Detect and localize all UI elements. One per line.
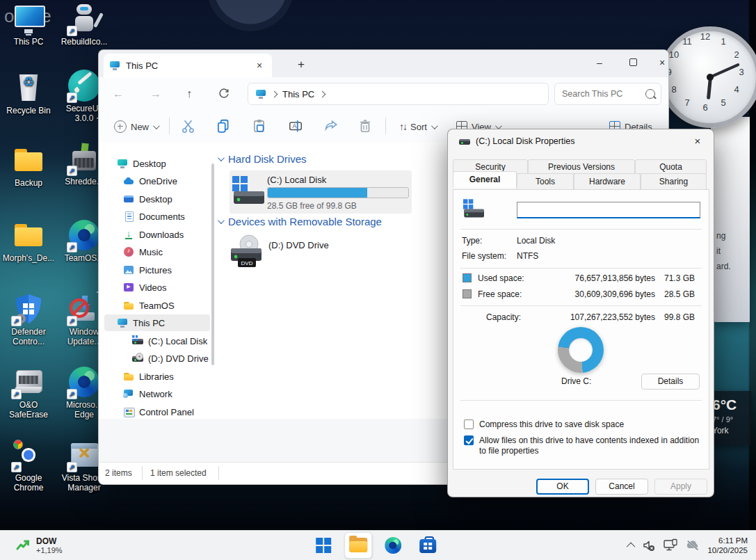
microsoft-store-icon — [419, 536, 437, 554]
chrome-icon — [13, 439, 45, 471]
search-box[interactable] — [554, 83, 661, 105]
sidebar-item-control-panel[interactable]: Control Panel — [104, 403, 210, 420]
index-checkbox[interactable] — [464, 435, 474, 445]
sidebar-item-downloads[interactable]: Downloads — [104, 226, 210, 243]
videos-icon — [123, 282, 134, 293]
tab-previous-versions[interactable]: Previous Versions — [528, 159, 635, 174]
sidebar-item-desktop[interactable]: Desktop — [104, 191, 210, 207]
back-icon[interactable]: ← — [108, 84, 128, 104]
sidebar-item-videos[interactable]: Videos — [104, 279, 210, 296]
sidebar-item-c-drive[interactable]: (C:) Local Disk — [104, 333, 210, 349]
free-space-swatch — [463, 289, 472, 298]
forward-icon[interactable]: → — [146, 84, 166, 104]
share-button[interactable] — [323, 118, 340, 135]
desktop-icon-defender-control[interactable]: Defender Contro... — [0, 293, 57, 346]
minimize-button[interactable]: – — [586, 51, 613, 74]
chevron-down-icon — [153, 122, 160, 129]
delete-button[interactable] — [357, 118, 374, 135]
start-button[interactable] — [309, 532, 337, 559]
tab-close-icon[interactable]: × — [252, 58, 266, 72]
explorer-tab[interactable]: This PC × — [104, 54, 272, 77]
desktop-icon-this-pc[interactable]: This PC — [0, 3, 57, 47]
up-icon[interactable]: ↑ — [179, 84, 199, 104]
sort-button[interactable]: ↑↓ Sort — [394, 116, 442, 137]
tab-title: This PC — [126, 61, 158, 71]
paste-button[interactable] — [252, 118, 268, 135]
tab-hardware[interactable]: Hardware — [574, 173, 641, 190]
drive-icon — [462, 198, 485, 219]
drive-c-label: Drive C: — [561, 376, 591, 386]
widgets-button[interactable]: DOW +1,19% — [10, 534, 68, 557]
sidebar-item-documents[interactable]: Documents — [104, 208, 210, 225]
sidebar-item-teamos[interactable]: TeamOS — [104, 297, 210, 314]
tab-sharing[interactable]: Sharing — [641, 173, 707, 190]
rename-button[interactable]: A — [288, 118, 305, 135]
new-tab-button[interactable]: + — [292, 56, 310, 74]
collapse-chevron-icon — [218, 217, 225, 224]
tab-general[interactable]: General — [453, 171, 517, 188]
taskbar-file-explorer[interactable] — [344, 532, 372, 559]
sidebar-item-dvd-drive[interactable]: (D:) DVD Drive — [104, 350, 210, 367]
dialog-title-bar: (C:) Local Disk Properties — [459, 136, 574, 147]
chevron-down-icon — [431, 122, 438, 129]
taskbar-edge[interactable] — [379, 532, 407, 559]
desktop-screen: oogle This PC RebuildIco... ♻ Recycle Bi… — [0, 0, 756, 560]
sidebar-item-this-pc[interactable]: This PC — [104, 314, 210, 331]
weather-widget[interactable]: 6°C 7° / 9° York — [708, 391, 751, 445]
downloads-icon — [123, 229, 134, 240]
compress-checkbox[interactable] — [464, 419, 474, 429]
sidebar-item-desktop-pinned[interactable]: Desktop — [104, 155, 210, 172]
search-input[interactable] — [561, 88, 645, 99]
desktop-icon-recycle-bin[interactable]: ♻ Recycle Bin — [0, 72, 57, 115]
status-selected-count: 1 item selected — [150, 468, 207, 478]
desktop-icon-oo-safeerase[interactable]: O&O SafeErase — [0, 366, 57, 419]
cloud-offline-icon[interactable] — [685, 539, 700, 552]
group-header-hdd[interactable]: Hard Disk Drives — [218, 153, 307, 165]
desktop-icon-chrome[interactable]: Google Chrome — [0, 439, 57, 493]
dvd-drive-icon: DVD — [228, 233, 264, 269]
address-bar[interactable]: This PC — [248, 83, 549, 105]
ok-button[interactable]: OK — [536, 479, 589, 495]
robot-icon — [68, 3, 100, 35]
desktop-icon-backup[interactable]: Backup — [0, 144, 57, 188]
desktop-icon-morphs[interactable]: Morph's_De... — [0, 219, 57, 263]
taskbar-center — [309, 531, 442, 560]
sidebar-item-libraries[interactable]: Libraries — [104, 368, 210, 385]
group-header-removable[interactable]: Devices with Removable Storage — [218, 216, 382, 227]
taskbar-clock[interactable]: 6:11 PM 10/20/2025 — [707, 536, 748, 555]
side-notification-card[interactable]: ng it ard. — [711, 117, 750, 322]
dvd-drive-item[interactable]: DVD (D:) DVD Drive — [228, 233, 409, 272]
details-button[interactable]: Details — [641, 374, 700, 390]
sidebar-item-music[interactable]: Music — [104, 243, 210, 260]
apply-button[interactable]: Apply — [654, 479, 707, 495]
sidebar-scrollbar[interactable] — [211, 163, 214, 365]
this-pc-icon — [255, 88, 266, 99]
taskbar-store[interactable] — [414, 532, 442, 559]
maximize-button[interactable] — [619, 51, 647, 74]
tray-overflow-chevron-icon[interactable] — [627, 542, 636, 551]
dialog-close-button[interactable]: × — [687, 132, 708, 150]
cut-button[interactable] — [181, 118, 198, 135]
desktop-icon — [117, 158, 128, 169]
close-button[interactable]: × — [648, 51, 669, 74]
explorer-tab-bar: This PC × + – × — [99, 50, 668, 77]
clock-widget[interactable]: 12 1 2 3 4 5 6 7 8 9 10 11 — [659, 26, 756, 128]
c-drive-item[interactable]: (C:) Local Disk 28.5 GB free of 99.8 GB — [230, 170, 412, 214]
sidebar-item-network[interactable]: Network — [104, 385, 210, 402]
tray-date: 10/20/2025 — [707, 545, 748, 555]
tab-quota[interactable]: Quota — [635, 159, 707, 174]
copy-button[interactable] — [216, 118, 232, 135]
refresh-icon[interactable] — [214, 84, 234, 104]
cancel-button[interactable]: Cancel — [595, 479, 648, 495]
music-icon — [123, 246, 134, 257]
display-network-icon[interactable] — [663, 538, 678, 552]
tab-tools[interactable]: Tools — [517, 173, 574, 190]
desktop-icon-rebuildico[interactable]: RebuildIco... — [56, 3, 113, 47]
new-button[interactable]: New — [108, 116, 163, 137]
volume-muted-icon[interactable] — [642, 538, 656, 552]
volume-label-input[interactable] — [517, 202, 700, 218]
svg-text:A: A — [293, 122, 297, 129]
breadcrumb[interactable]: This PC — [282, 89, 314, 99]
sidebar-item-onedrive[interactable]: OneDrive — [104, 173, 210, 189]
sidebar-item-pictures[interactable]: Pictures — [104, 262, 210, 278]
